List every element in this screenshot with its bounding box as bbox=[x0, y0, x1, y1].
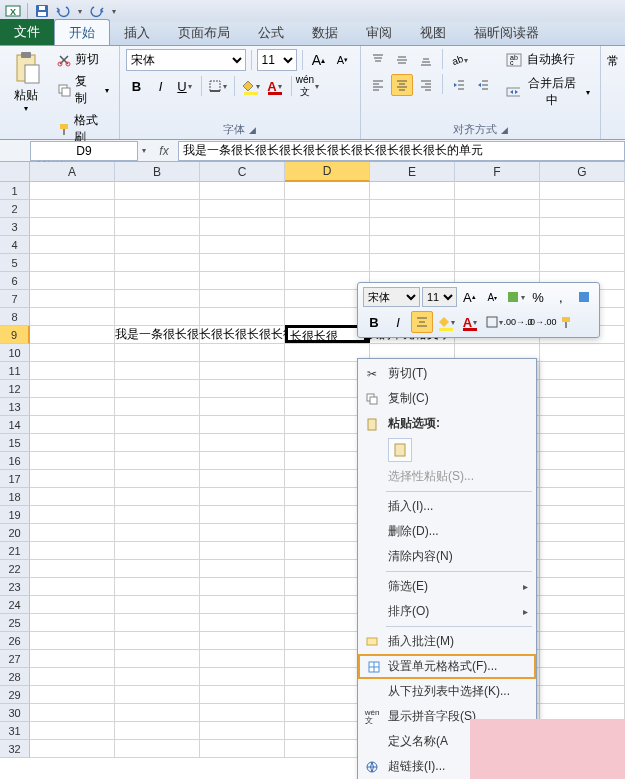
row-header-11[interactable]: 11 bbox=[0, 362, 30, 380]
mini-italic-icon[interactable]: I bbox=[387, 311, 409, 333]
row-header-12[interactable]: 12 bbox=[0, 380, 30, 398]
mini-style-icon[interactable] bbox=[505, 286, 526, 308]
italic-icon[interactable]: I bbox=[150, 75, 172, 97]
formula-input[interactable]: 我是一条很长很长很长很长很长很长很长很长很长的单元 bbox=[178, 141, 625, 161]
mini-bold-icon[interactable]: B bbox=[363, 311, 385, 333]
row-header-18[interactable]: 18 bbox=[0, 488, 30, 506]
row-header-20[interactable]: 20 bbox=[0, 524, 30, 542]
col-header-g[interactable]: G bbox=[540, 162, 625, 182]
col-header-c[interactable]: C bbox=[200, 162, 285, 182]
row-header-17[interactable]: 17 bbox=[0, 470, 30, 488]
alignment-expander-icon[interactable]: ◢ bbox=[501, 125, 508, 135]
col-header-a[interactable]: A bbox=[30, 162, 115, 182]
row-header-4[interactable]: 4 bbox=[0, 236, 30, 254]
paste-button[interactable]: 粘贴 ▾ bbox=[6, 49, 47, 115]
mini-font-select[interactable]: 宋体 bbox=[363, 287, 420, 307]
row-header-3[interactable]: 3 bbox=[0, 218, 30, 236]
col-header-d[interactable]: D bbox=[285, 162, 370, 182]
align-right-icon[interactable] bbox=[415, 74, 437, 96]
tab-view[interactable]: 视图 bbox=[406, 20, 460, 45]
save-icon[interactable] bbox=[33, 2, 51, 20]
orientation-icon[interactable]: ab bbox=[448, 49, 470, 71]
mini-grow-font-icon[interactable]: A▴ bbox=[459, 286, 480, 308]
mini-border-icon[interactable] bbox=[483, 311, 505, 333]
menu-copy[interactable]: 复制(C) bbox=[358, 386, 536, 411]
undo-dropdown-icon[interactable]: ▾ bbox=[75, 2, 85, 20]
row-header-8[interactable]: 8 bbox=[0, 308, 30, 326]
tab-insert[interactable]: 插入 bbox=[110, 20, 164, 45]
row-header-15[interactable]: 15 bbox=[0, 434, 30, 452]
tab-home[interactable]: 开始 bbox=[54, 19, 110, 45]
menu-clear[interactable]: 清除内容(N) bbox=[358, 544, 536, 569]
mini-dec-decimal-icon[interactable]: .0→.00 bbox=[531, 311, 553, 333]
row-header-31[interactable]: 31 bbox=[0, 722, 30, 740]
row-header-10[interactable]: 10 bbox=[0, 344, 30, 362]
align-left-icon[interactable] bbox=[367, 74, 389, 96]
font-color-icon[interactable]: A bbox=[264, 75, 286, 97]
align-center-icon[interactable] bbox=[391, 74, 413, 96]
row-header-30[interactable]: 30 bbox=[0, 704, 30, 722]
mini-shrink-font-icon[interactable]: A▾ bbox=[482, 286, 503, 308]
redo-icon[interactable] bbox=[88, 2, 106, 20]
row-header-6[interactable]: 6 bbox=[0, 272, 30, 290]
font-expander-icon[interactable]: ◢ bbox=[249, 125, 256, 135]
menu-pick-from-list[interactable]: 从下拉列表中选择(K)... bbox=[358, 679, 536, 704]
mini-comma-icon[interactable]: , bbox=[550, 286, 571, 308]
font-name-select[interactable]: 宋体 bbox=[126, 49, 246, 71]
mini-percent-icon[interactable]: % bbox=[527, 286, 548, 308]
row-header-23[interactable]: 23 bbox=[0, 578, 30, 596]
row-header-27[interactable]: 27 bbox=[0, 650, 30, 668]
row-header-7[interactable]: 7 bbox=[0, 290, 30, 308]
row-header-22[interactable]: 22 bbox=[0, 560, 30, 578]
row-header-28[interactable]: 28 bbox=[0, 668, 30, 686]
col-header-f[interactable]: F bbox=[455, 162, 540, 182]
menu-delete[interactable]: 删除(D)... bbox=[358, 519, 536, 544]
row-header-5[interactable]: 5 bbox=[0, 254, 30, 272]
mini-format-icon[interactable] bbox=[573, 286, 594, 308]
wrap-text-button[interactable]: abc自动换行 bbox=[502, 49, 595, 70]
tab-foxit[interactable]: 福昕阅读器 bbox=[460, 20, 553, 45]
col-header-b[interactable]: B bbox=[115, 162, 200, 182]
mini-size-select[interactable]: 11 bbox=[422, 287, 457, 307]
cut-button[interactable]: 剪切 bbox=[53, 49, 113, 70]
row-header-19[interactable]: 19 bbox=[0, 506, 30, 524]
row-header-1[interactable]: 1 bbox=[0, 182, 30, 200]
tab-file[interactable]: 文件 bbox=[0, 19, 54, 45]
menu-format-cells[interactable]: 设置单元格格式(F)... bbox=[358, 654, 536, 679]
row-header-21[interactable]: 21 bbox=[0, 542, 30, 560]
menu-cut[interactable]: ✂剪切(T) bbox=[358, 361, 536, 386]
font-size-select[interactable]: 11 bbox=[257, 49, 297, 71]
row-header-16[interactable]: 16 bbox=[0, 452, 30, 470]
row-header-29[interactable]: 29 bbox=[0, 686, 30, 704]
phonetic-icon[interactable]: wén文 bbox=[297, 75, 319, 97]
mini-inc-decimal-icon[interactable]: .00→.0 bbox=[507, 311, 529, 333]
paste-option-default[interactable] bbox=[388, 438, 412, 462]
name-box[interactable]: D9 bbox=[30, 141, 138, 161]
mini-format-painter-icon[interactable] bbox=[555, 311, 577, 333]
row-header-14[interactable]: 14 bbox=[0, 416, 30, 434]
row-header-32[interactable]: 32 bbox=[0, 740, 30, 758]
tab-formulas[interactable]: 公式 bbox=[244, 20, 298, 45]
row-header-25[interactable]: 25 bbox=[0, 614, 30, 632]
row-header-26[interactable]: 26 bbox=[0, 632, 30, 650]
fx-icon[interactable]: fx bbox=[150, 144, 178, 158]
tab-page-layout[interactable]: 页面布局 bbox=[164, 20, 244, 45]
tab-data[interactable]: 数据 bbox=[298, 20, 352, 45]
fill-color-icon[interactable] bbox=[240, 75, 262, 97]
col-header-e[interactable]: E bbox=[370, 162, 455, 182]
menu-insert[interactable]: 插入(I)... bbox=[358, 494, 536, 519]
mini-font-color-icon[interactable]: A bbox=[459, 311, 481, 333]
menu-sort[interactable]: 排序(O)▸ bbox=[358, 599, 536, 624]
qat-customize-icon[interactable]: ▾ bbox=[109, 2, 119, 20]
select-all-corner[interactable] bbox=[0, 162, 30, 182]
bold-icon[interactable]: B bbox=[126, 75, 148, 97]
align-bottom-icon[interactable] bbox=[415, 49, 437, 71]
tab-review[interactable]: 审阅 bbox=[352, 20, 406, 45]
underline-icon[interactable]: U bbox=[174, 75, 196, 97]
menu-filter[interactable]: 筛选(E)▸ bbox=[358, 574, 536, 599]
menu-insert-comment[interactable]: 插入批注(M) bbox=[358, 629, 536, 654]
border-icon[interactable] bbox=[207, 75, 229, 97]
row-header-2[interactable]: 2 bbox=[0, 200, 30, 218]
row-header-24[interactable]: 24 bbox=[0, 596, 30, 614]
align-middle-icon[interactable] bbox=[391, 49, 413, 71]
